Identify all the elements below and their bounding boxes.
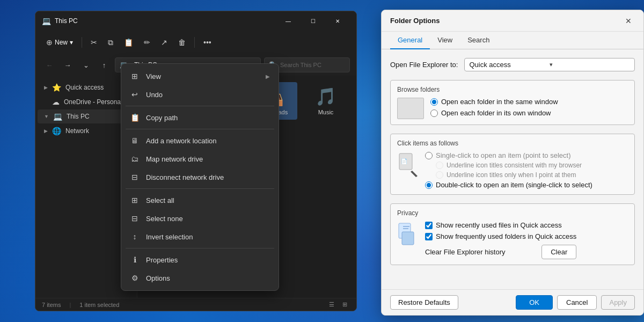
sidebar-item-network[interactable]: ▶ 🌐 Network xyxy=(38,124,135,138)
menu-item-label: Invert selection xyxy=(146,233,193,241)
open-fe-label: Open File Explorer to: xyxy=(390,61,458,69)
context-menu: ⊞ View ▶ ↩ Undo 📋 Copy path 🖥 Add a netw… xyxy=(121,63,279,291)
menu-item-properties[interactable]: ℹ Properties xyxy=(121,251,279,269)
minimize-button[interactable]: ― xyxy=(276,13,301,29)
click-sub-radio-2[interactable] xyxy=(436,171,443,179)
restore-defaults-button[interactable]: Restore Defaults xyxy=(390,295,458,310)
copy-button[interactable]: ⧉ xyxy=(104,36,118,49)
expand-icon-4: ▶ xyxy=(44,128,48,134)
tab-general[interactable]: General xyxy=(390,32,430,49)
folder-icon: 🎵 xyxy=(315,86,336,107)
browse-option-2[interactable]: Open each folder in its own window xyxy=(430,109,558,117)
ok-button[interactable]: OK xyxy=(516,295,553,310)
menu-item-label: View xyxy=(146,72,161,80)
menu-item-view[interactable]: ⊞ View ▶ xyxy=(121,67,279,85)
click-option-1-label: Single-click to open an item (point to s… xyxy=(436,151,570,159)
click-option-2[interactable]: Double-click to open an item (single-cli… xyxy=(425,181,592,189)
browse-radio-2[interactable] xyxy=(430,109,438,117)
quick-access-icon: ⭐ xyxy=(52,83,61,92)
status-bar: 7 items | 1 item selected ☰ ⊞ xyxy=(35,298,356,311)
close-button[interactable]: ✕ xyxy=(325,13,350,29)
browse-radio-1[interactable] xyxy=(430,98,438,106)
dialog-title-bar: Folder Options ✕ xyxy=(382,10,643,32)
details-view-button[interactable]: ☰ xyxy=(326,299,337,310)
click-option-2-label: Double-click to open an item (single-cli… xyxy=(436,181,592,189)
sidebar-item-label: This PC xyxy=(67,113,90,120)
click-icon-preview: 📄 xyxy=(397,151,419,178)
new-icon: ⊕ xyxy=(46,38,53,47)
privacy-check-1[interactable]: Show recently used files in Quick access xyxy=(425,221,576,229)
browse-option-1[interactable]: Open each folder in the same window xyxy=(430,98,558,106)
tiles-view-button[interactable]: ⊞ xyxy=(339,299,350,310)
invert-icon: ↕ xyxy=(130,232,140,241)
menu-item-options[interactable]: ⚙ Options xyxy=(121,269,279,287)
forward-button[interactable]: → xyxy=(60,57,75,72)
click-sub-2-label: Underline icon titles only when I point … xyxy=(447,171,576,179)
menu-item-disconnect[interactable]: ⊟ Disconnect network drive xyxy=(121,168,279,186)
menu-item-label: Select all xyxy=(146,196,174,204)
folder-music[interactable]: 🎵 Music xyxy=(302,82,350,120)
click-radio-1[interactable] xyxy=(425,152,433,159)
folder-preview xyxy=(397,98,424,119)
menu-item-map-drive[interactable]: 🗂 Map network drive xyxy=(121,150,279,168)
tab-view[interactable]: View xyxy=(430,32,460,49)
clear-button[interactable]: Clear xyxy=(541,245,576,259)
menu-item-undo[interactable]: ↩ Undo xyxy=(121,85,279,104)
up-button[interactable]: ↑ xyxy=(97,57,112,72)
menu-item-add-network[interactable]: 🖥 Add a network location xyxy=(121,131,279,150)
menu-item-invert[interactable]: ↕ Invert selection xyxy=(121,228,279,246)
copy-path-icon: 📋 xyxy=(130,113,140,122)
sidebar-item-onedrive[interactable]: ▶ ☁ OneDrive - Personal xyxy=(38,95,135,109)
network-icon: 🌐 xyxy=(52,127,61,135)
dialog-close-button[interactable]: ✕ xyxy=(622,14,635,27)
privacy-check-2-label: Show frequently used folders in Quick ac… xyxy=(436,232,576,240)
explorer-window-icon: 💻 xyxy=(42,17,50,25)
click-sub-radio-1[interactable] xyxy=(436,162,443,169)
cancel-button[interactable]: Cancel xyxy=(557,295,597,310)
privacy-checkbox-2[interactable] xyxy=(425,233,433,240)
open-fe-dropdown[interactable]: Quick access ▾ xyxy=(464,58,635,71)
paste-button[interactable]: 📋 xyxy=(120,36,137,49)
sidebar-item-label: Network xyxy=(65,127,89,135)
dialog-footer: Restore Defaults OK Cancel Apply xyxy=(382,289,643,315)
click-option-1[interactable]: Single-click to open an item (point to s… xyxy=(425,151,592,159)
menu-item-label: Disconnect network drive xyxy=(146,173,224,181)
recent-button[interactable]: ⌄ xyxy=(78,57,93,72)
privacy-checkbox-1[interactable] xyxy=(425,222,433,229)
back-button[interactable]: ← xyxy=(42,57,57,72)
maximize-button[interactable]: ☐ xyxy=(301,13,325,29)
clear-history-row: Clear File Explorer history Clear xyxy=(425,245,576,259)
folder-options-dialog: Folder Options ✕ General View Search Ope… xyxy=(381,10,644,316)
more-button[interactable]: ••• xyxy=(199,36,216,49)
dropdown-arrow-icon: ▾ xyxy=(550,61,630,68)
menu-separator-4 xyxy=(126,248,274,248)
view-controls: ☰ ⊞ xyxy=(326,299,350,310)
privacy-checkboxes: Show recently used files in Quick access… xyxy=(425,221,576,259)
tab-search[interactable]: Search xyxy=(460,32,497,49)
menu-item-label: Properties xyxy=(146,256,178,264)
browse-folders-group: Browse folders Open each folder in the s… xyxy=(390,80,635,125)
new-button[interactable]: ⊕ New ▾ xyxy=(42,36,77,49)
toolbar-separator-2 xyxy=(194,37,195,48)
rename-button[interactable]: ✏ xyxy=(140,36,155,49)
sidebar-item-this-pc[interactable]: ▼ 💻 This PC xyxy=(38,109,135,123)
pc-icon: 💻 xyxy=(53,112,62,121)
click-items-title: Click items as follows xyxy=(397,140,628,147)
sidebar-item-label: OneDrive - Personal xyxy=(64,98,122,106)
open-fe-row: Open File Explorer to: Quick access ▾ xyxy=(390,58,635,71)
sidebar-item-quick-access[interactable]: ▶ ⭐ Quick access xyxy=(38,80,135,94)
menu-item-select-none[interactable]: ⊟ Select none xyxy=(121,209,279,228)
browse-folders-inner: Open each folder in the same window Open… xyxy=(397,98,628,119)
delete-button[interactable]: 🗑 xyxy=(174,36,190,49)
menu-separator-2 xyxy=(126,129,274,129)
rename-icon: ✏ xyxy=(144,38,150,47)
share-button[interactable]: ↗ xyxy=(157,36,172,49)
menu-item-select-all[interactable]: ⊞ Select all xyxy=(121,191,279,209)
click-radio-2[interactable] xyxy=(425,181,433,189)
window-controls: ― ☐ ✕ xyxy=(276,13,350,29)
expand-icon: ▶ xyxy=(44,85,48,90)
cut-button[interactable]: ✂ xyxy=(86,36,101,49)
menu-item-copy-path[interactable]: 📋 Copy path xyxy=(121,108,279,127)
dialog-content: Open File Explorer to: Quick access ▾ Br… xyxy=(382,49,643,289)
privacy-check-2[interactable]: Show frequently used folders in Quick ac… xyxy=(425,232,576,240)
